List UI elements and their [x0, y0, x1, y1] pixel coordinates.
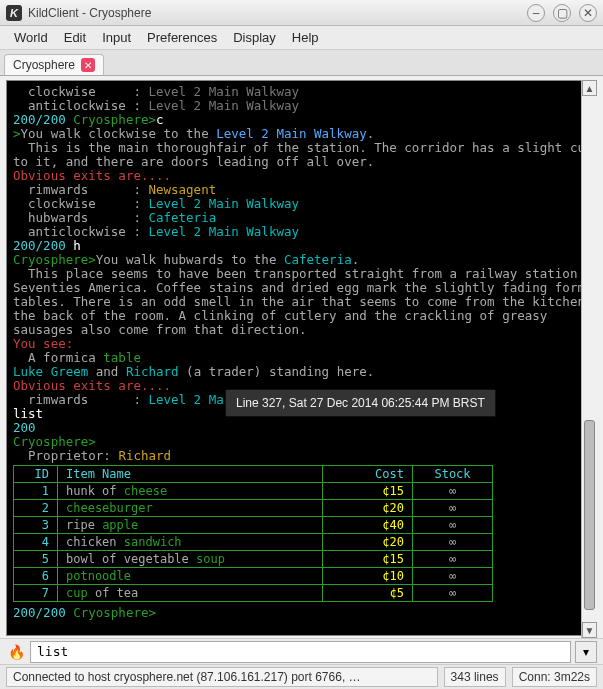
- maximize-button[interactable]: ▢: [553, 4, 571, 22]
- tab-cryosphere[interactable]: Cryosphere ✕: [4, 54, 104, 75]
- status-timer: Conn: 3m22s: [512, 667, 597, 687]
- table-row: 7cup of tea¢5∞: [14, 585, 493, 602]
- scroll-down-icon[interactable]: ▼: [582, 622, 597, 638]
- status-lines: 343 lines: [444, 667, 506, 687]
- app-icon: K: [6, 5, 22, 21]
- table-row: 6potnoodle¢10∞: [14, 568, 493, 585]
- table-row: 4chicken sandwich¢20∞: [14, 534, 493, 551]
- col-stock: Stock: [413, 466, 493, 483]
- input-bar: 🔥 ▾: [0, 638, 603, 664]
- tabbar: Cryosphere ✕: [0, 50, 603, 76]
- col-id: ID: [14, 466, 58, 483]
- statusbar: Connected to host cryosphere.net (87.106…: [0, 664, 603, 688]
- col-name: Item Name: [58, 466, 323, 483]
- close-button[interactable]: ✕: [579, 4, 597, 22]
- menu-edit[interactable]: Edit: [56, 27, 94, 48]
- minimize-button[interactable]: –: [527, 4, 545, 22]
- menu-display[interactable]: Display: [225, 27, 284, 48]
- table-row: 5bowl of vegetable soup¢15∞: [14, 551, 493, 568]
- menu-input[interactable]: Input: [94, 27, 139, 48]
- table-row: 3ripe apple¢40∞: [14, 517, 493, 534]
- titlebar: K KildClient - Cryosphere – ▢ ✕: [0, 0, 603, 26]
- scroll-thumb[interactable]: [584, 420, 595, 610]
- menu-help[interactable]: Help: [284, 27, 327, 48]
- menubar: World Edit Input Preferences Display Hel…: [0, 26, 603, 50]
- prompt-icon: 🔥: [6, 642, 26, 662]
- terminal-scrollbar[interactable]: ▲ ▼: [581, 80, 597, 638]
- menu-world[interactable]: World: [6, 27, 56, 48]
- terminal[interactable]: clockwise : Level 2 Main Walkway anticlo…: [6, 80, 597, 636]
- line-tooltip: Line 327, Sat 27 Dec 2014 06:25:44 PM BR…: [225, 389, 496, 417]
- history-dropdown-button[interactable]: ▾: [575, 641, 597, 663]
- status-connection: Connected to host cryosphere.net (87.106…: [6, 667, 438, 687]
- tab-close-icon[interactable]: ✕: [81, 58, 95, 72]
- col-cost: Cost: [323, 466, 413, 483]
- menu-preferences[interactable]: Preferences: [139, 27, 225, 48]
- shop-table: ID Item Name Cost Stock 1hunk of cheese¢…: [13, 465, 493, 602]
- tab-label: Cryosphere: [13, 58, 75, 72]
- window-title: KildClient - Cryosphere: [28, 6, 527, 20]
- scroll-up-icon[interactable]: ▲: [582, 80, 597, 96]
- command-input[interactable]: [30, 641, 571, 663]
- table-row: 2cheeseburger¢20∞: [14, 500, 493, 517]
- table-row: 1hunk of cheese¢15∞: [14, 483, 493, 500]
